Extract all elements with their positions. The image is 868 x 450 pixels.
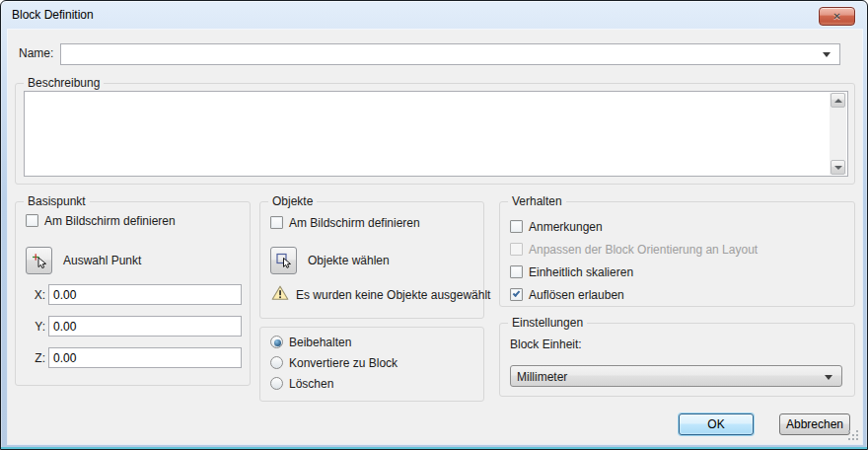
- dialog-body: Name: Beschreibung Basispunkt Am Bildsch…: [8, 30, 862, 444]
- radio-circle[interactable]: [270, 336, 283, 348]
- select-objects-label: Objekte wählen: [308, 254, 390, 267]
- radio-circle[interactable]: [270, 356, 283, 369]
- z-label: Z:: [28, 351, 45, 365]
- name-label: Name:: [19, 46, 53, 60]
- pick-point-label: Auswahl Punkt: [63, 254, 141, 267]
- settings-group: Einstellungen Block Einheit: Millimeter: [499, 323, 855, 397]
- scroll-up-button[interactable]: [831, 93, 845, 108]
- checkbox-label: Am Bildschirm definieren: [44, 214, 176, 228]
- checkbox-box[interactable]: [510, 265, 523, 278]
- window-title: Block Definition: [12, 8, 94, 22]
- settings-group-label: Einstellungen: [508, 316, 587, 330]
- radio-label: Löschen: [289, 377, 333, 391]
- checkbox-box[interactable]: [270, 216, 283, 229]
- z-input[interactable]: [48, 347, 242, 368]
- checkbox-label: Auflösen erlauben: [529, 288, 624, 302]
- y-label: Y:: [28, 320, 45, 334]
- behavior-group-label: Verhalten: [508, 194, 566, 208]
- checkbox-label: Am Bildschirm definieren: [289, 216, 420, 230]
- radio-circle[interactable]: [270, 377, 283, 390]
- radio-label: Konvertiere zu Block: [289, 356, 398, 370]
- y-input[interactable]: [48, 316, 242, 337]
- checkbox-box: [510, 243, 523, 256]
- checkbox-objects-onscreen[interactable]: Am Bildschirm definieren: [270, 216, 477, 230]
- ok-button[interactable]: OK: [679, 413, 754, 435]
- description-textarea[interactable]: [24, 91, 848, 177]
- checkbox-match-orientation: Anpassen der Block Orientierung an Layou…: [510, 243, 845, 257]
- description-group: Beschreibung: [15, 83, 855, 185]
- cancel-button[interactable]: Abbrechen: [779, 413, 850, 435]
- checkbox-label: Einheitlich skalieren: [529, 265, 633, 279]
- objects-action-frame: Beibehalten Konvertiere zu Block Löschen: [259, 327, 484, 402]
- base-point-group: Basispunkt Am Bildschirm definieren Ausw…: [15, 201, 251, 386]
- objects-group-label: Objekte: [268, 194, 317, 208]
- warning-icon: [271, 285, 289, 301]
- checkbox-label: Anpassen der Block Orientierung an Layou…: [529, 243, 758, 257]
- chevron-down-icon[interactable]: [823, 52, 831, 57]
- radio-delete[interactable]: Löschen: [270, 377, 477, 391]
- scroll-down-button[interactable]: [831, 160, 845, 175]
- close-icon: ✕: [820, 8, 854, 25]
- scroll-down-icon: [834, 166, 842, 170]
- resize-grip[interactable]: [848, 430, 859, 441]
- select-objects-icon: [275, 252, 293, 269]
- radio-dot: [274, 339, 281, 346]
- checkbox-box[interactable]: [510, 288, 523, 301]
- pick-point-button[interactable]: [26, 247, 52, 274]
- base-point-group-label: Basispunkt: [24, 194, 90, 208]
- checkbox-box[interactable]: [510, 220, 523, 233]
- description-group-label: Beschreibung: [24, 76, 104, 90]
- checkbox-scale-uniformly[interactable]: Einheitlich skalieren: [510, 265, 845, 279]
- checkbox-box[interactable]: [26, 214, 38, 227]
- x-label: X:: [28, 288, 45, 302]
- x-input[interactable]: [48, 284, 242, 305]
- objects-group: Objekte Am Bildschirm definieren Objekte…: [259, 201, 484, 319]
- block-definition-dialog: Block Definition ✕ Name: Beschreibung Ba…: [0, 0, 868, 450]
- objects-warning-text: Es wurden keine Objekte ausgewählt: [296, 288, 490, 302]
- scroll-up-icon: [834, 99, 842, 103]
- checkbox-annotative[interactable]: Anmerkungen: [510, 220, 845, 234]
- pick-point-icon: [31, 252, 48, 269]
- radio-label: Beibehalten: [289, 336, 351, 349]
- name-combobox[interactable]: [60, 43, 840, 65]
- chevron-down-icon: [825, 375, 832, 380]
- checkbox-allow-exploding[interactable]: Auflösen erlauben: [510, 288, 845, 302]
- checkbox-basepoint-onscreen[interactable]: Am Bildschirm definieren: [26, 214, 243, 228]
- checkbox-label: Anmerkungen: [529, 220, 603, 234]
- radio-retain[interactable]: Beibehalten: [270, 336, 477, 349]
- block-unit-value: Millimeter: [517, 370, 567, 384]
- check-icon: [513, 289, 521, 297]
- select-objects-button[interactable]: [270, 247, 297, 274]
- block-unit-dropdown[interactable]: Millimeter: [510, 365, 842, 387]
- close-button[interactable]: ✕: [819, 7, 855, 26]
- behavior-group: Verhalten Anmerkungen Anpassen der Block…: [499, 201, 855, 307]
- radio-convert-to-block[interactable]: Konvertiere zu Block: [270, 356, 477, 370]
- titlebar[interactable]: Block Definition ✕: [1, 1, 867, 30]
- description-scrollbar[interactable]: [830, 93, 846, 175]
- block-unit-label: Block Einheit:: [510, 338, 582, 351]
